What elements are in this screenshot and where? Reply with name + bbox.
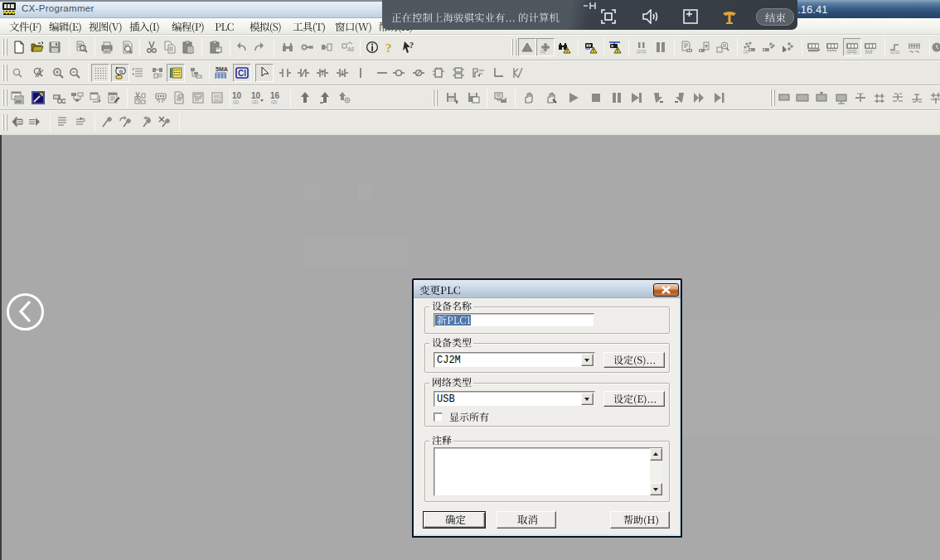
svg-text:?: ?	[385, 41, 392, 54]
svg-text:(2): (2)	[540, 49, 545, 54]
svg-text:(2/2): (2/2)	[890, 50, 899, 54]
svg-text:5MA: 5MA	[216, 66, 228, 72]
svg-text:(2): (2)	[233, 99, 239, 104]
svg-text:002: 002	[214, 99, 221, 104]
svg-text:CI: CI	[238, 69, 246, 78]
svg-text:(2): (2)	[252, 99, 258, 104]
svg-text:(2): (2)	[271, 99, 277, 104]
svg-text:AB: AB	[347, 46, 354, 52]
svg-text:(2/2): (2/2)	[847, 49, 856, 54]
svg-text:W: W	[119, 69, 124, 74]
svg-text:?: ?	[409, 41, 414, 50]
svg-text:chg: chg	[865, 50, 872, 54]
svg-text:(2): (2)	[744, 49, 749, 54]
svg-text:(2/2): (2/2)	[637, 49, 646, 54]
